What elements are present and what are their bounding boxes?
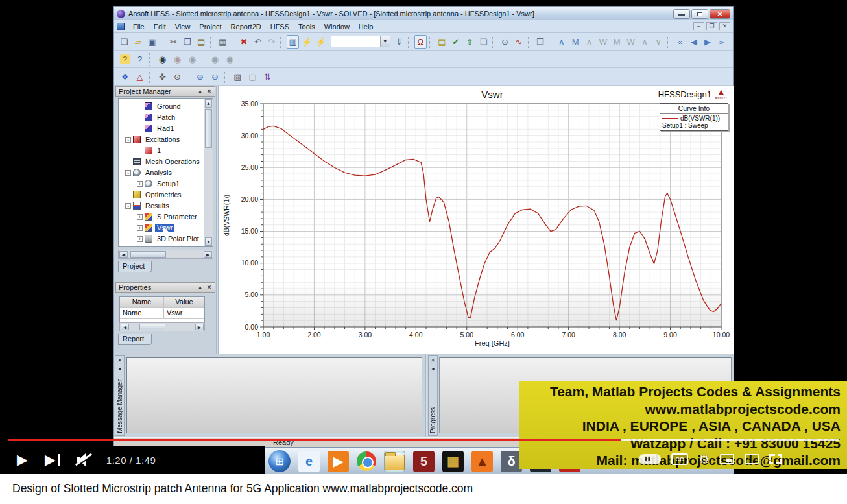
profile-icon[interactable]: ▤	[436, 35, 448, 49]
visibility-eye-1-icon[interactable]: ◉	[208, 53, 222, 66]
analyze-icon[interactable]: ⚡	[300, 35, 313, 49]
panel-collapse-icon[interactable]: ▴	[196, 283, 204, 291]
mesh-stats-icon[interactable]: ⇧	[463, 35, 475, 49]
print-icon[interactable]: ▦	[216, 35, 228, 49]
theater-mode-icon[interactable]	[745, 454, 759, 464]
taskbar-5-app[interactable]: 5	[413, 451, 435, 472]
minimize-button[interactable]	[673, 9, 690, 19]
wave-8-icon[interactable]: ∨	[652, 35, 665, 49]
tab-report[interactable]: Report	[118, 334, 152, 345]
chevron-down-icon[interactable]: ▼	[380, 36, 390, 47]
last-icon[interactable]: »	[715, 35, 728, 49]
tree-item-3d-polar-plot-1[interactable]: +3D Polar Plot 1	[137, 234, 202, 244]
tree-item-rad1[interactable]: Rad1	[137, 123, 176, 134]
collapse-icon[interactable]: -	[125, 137, 131, 143]
zoom-original-icon[interactable]: ⊙	[171, 70, 184, 84]
cut-icon[interactable]: ✂	[167, 35, 180, 49]
tree-item-patch[interactable]: Patch	[137, 112, 177, 123]
panel-close-icon[interactable]: ✕	[205, 283, 213, 291]
first-icon[interactable]: «	[674, 35, 686, 49]
fullscreen-icon[interactable]	[769, 454, 782, 464]
dock-collapse-icon[interactable]: ◂	[116, 365, 123, 372]
redo-icon[interactable]: ↷	[265, 35, 278, 49]
help-topics-icon[interactable]: ?	[118, 53, 132, 66]
menu-tools[interactable]: Tools	[294, 21, 320, 32]
child-close-button[interactable]: ✕	[719, 22, 730, 30]
dock-collapse-icon[interactable]: ◂	[429, 365, 436, 372]
menu-file[interactable]: File	[128, 21, 149, 32]
mute-icon[interactable]	[75, 451, 95, 468]
new-icon[interactable]: ❏	[118, 35, 130, 49]
scroll-up-icon[interactable]: ▲	[205, 99, 212, 108]
scroll-left-icon[interactable]: ◀	[119, 251, 128, 258]
hide-selection-eye-icon[interactable]: ◉	[171, 53, 184, 66]
convergence-check-icon[interactable]: ✔	[449, 35, 462, 49]
expand-icon[interactable]: +	[137, 225, 143, 231]
report-doc-icon[interactable]: ❏	[477, 35, 490, 49]
expand-icon[interactable]: +	[137, 236, 143, 242]
paste-icon[interactable]: ▤	[195, 35, 207, 49]
open-icon[interactable]: ▱	[132, 35, 144, 49]
dock-close-icon[interactable]: ✕	[116, 357, 123, 364]
wave-5-icon[interactable]: M	[611, 35, 623, 49]
settings-gear-icon[interactable]: ⚙	[698, 452, 710, 467]
restore-button[interactable]	[691, 9, 708, 19]
menu-help[interactable]: Help	[354, 21, 378, 32]
wave-1-icon[interactable]: ∧	[555, 35, 567, 49]
show-selection-eye-icon[interactable]: ◉	[185, 53, 199, 66]
scroll-right-icon[interactable]: ▶	[195, 324, 204, 330]
pan-icon[interactable]: ✜	[156, 70, 169, 84]
tree-item-analysis[interactable]: -Analysis	[125, 167, 174, 178]
scroll-left-icon[interactable]: ◀	[121, 324, 129, 330]
expand-icon[interactable]: +	[137, 181, 143, 187]
menu-window[interactable]: Window	[320, 21, 354, 32]
taskbar-chrome[interactable]	[357, 451, 376, 471]
fit-view-icon[interactable]: ▢	[246, 70, 259, 84]
tree-item-excitations[interactable]: -Excitations	[125, 134, 182, 145]
visibility-eye-2-icon[interactable]: ◉	[223, 53, 237, 66]
solve-setup-combobox[interactable]: ▼	[331, 36, 390, 47]
model-cubes-icon[interactable]: ❖	[118, 70, 132, 84]
menu-report2d[interactable]: Report2D	[226, 21, 266, 32]
tree-item-setup1[interactable]: +Setup1	[137, 178, 182, 189]
scroll-thumb[interactable]	[205, 109, 212, 148]
tree-item-s-parameter[interactable]: +S Parameter	[137, 211, 199, 222]
tree-vertical-scrollbar[interactable]: ▲ ▼	[204, 99, 213, 246]
dock-close-icon[interactable]: ✕	[429, 357, 436, 364]
wave-6-icon[interactable]: W	[625, 35, 637, 49]
matrix-omega-icon[interactable]: Ω	[414, 35, 427, 49]
zoom-in-icon[interactable]: ⊕	[193, 70, 207, 84]
delete-icon[interactable]: ✖	[237, 35, 250, 49]
scroll-thumb[interactable]	[139, 324, 165, 330]
scroll-right-icon[interactable]: ▶	[204, 251, 212, 258]
project-tree[interactable]: GroundPatchRad1-Excitations1Mesh Operati…	[118, 98, 213, 247]
close-button[interactable]: ✕	[710, 9, 730, 19]
show-all-eye-icon[interactable]: ◉	[156, 53, 169, 66]
collapse-icon[interactable]: -	[125, 203, 131, 209]
panel-close-icon[interactable]: ✕	[205, 88, 213, 95]
tree-item-vswr[interactable]: +Vswr	[137, 222, 174, 233]
panel-collapse-icon[interactable]: ▴	[196, 88, 204, 95]
expand-icon[interactable]: +	[137, 214, 143, 220]
subtitles-icon[interactable]: CC	[671, 453, 688, 465]
taskbar-chip-app[interactable]: ▦	[442, 451, 464, 472]
wave-2-icon[interactable]: M	[569, 35, 581, 49]
apply-filter-icon[interactable]: ⇓	[393, 35, 405, 49]
tree-item-optimetrics[interactable]: Optimetrics	[125, 189, 184, 200]
taskbar-start-button[interactable]: ⊞	[268, 450, 291, 472]
undo-icon[interactable]: ↶	[252, 35, 264, 49]
save-icon[interactable]: ▣	[146, 35, 158, 49]
menu-hfss[interactable]: HFSS	[266, 21, 294, 32]
tab-project[interactable]: Project	[118, 261, 152, 272]
play-icon[interactable]: ▶	[17, 449, 28, 471]
properties-horizontal-scrollbar[interactable]: ◀ ▶	[119, 322, 205, 331]
radiation-icon[interactable]: △	[133, 70, 147, 84]
window-layout-icon[interactable]: ❒	[534, 35, 546, 49]
wave-4-icon[interactable]: W	[597, 35, 609, 49]
tree-item-mesh-operations[interactable]: Mesh Operations	[125, 156, 202, 167]
scroll-thumb[interactable]	[130, 251, 166, 258]
taskbar-internet-explorer[interactable]: e	[298, 451, 320, 472]
context-help-icon[interactable]: ?	[133, 53, 147, 66]
seek-bar[interactable]	[0, 439, 847, 441]
tree-horizontal-scrollbar[interactable]: ◀ ▶	[118, 250, 213, 259]
